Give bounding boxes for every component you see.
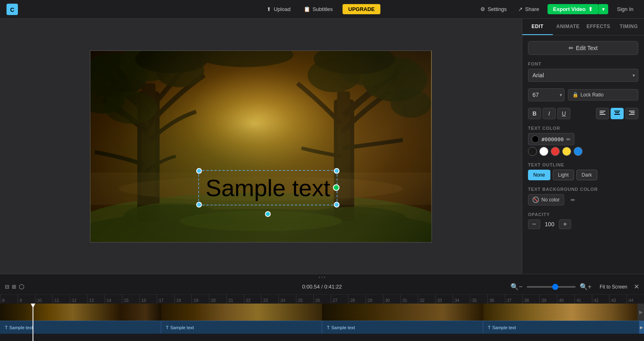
timeline-right-controls: 🔍− 🔍+ Fit to Screen ✕	[509, 282, 639, 291]
lock-ratio-button[interactable]: 🔒 Lock Ratio	[568, 89, 638, 101]
zoom-out-button[interactable]: 🔍−	[509, 282, 524, 291]
upload-button[interactable]: ⬆ Upload	[263, 4, 294, 14]
swatch-dark[interactable]	[528, 147, 537, 156]
resize-handle-tl[interactable]	[196, 168, 202, 174]
swatch-red[interactable]	[551, 147, 560, 156]
color-swatch-black[interactable]	[532, 136, 539, 143]
font-select[interactable]: Arial	[528, 69, 638, 82]
font-section: FONT Arial ▾	[528, 61, 638, 82]
text-track[interactable]: TSample textTSample textTSample textTSam…	[0, 321, 644, 334]
color-swatches-row	[528, 147, 638, 156]
export-group: Export Video ⬆ ▾	[548, 4, 608, 14]
swatch-yellow[interactable]	[562, 147, 571, 156]
settings-button[interactable]: ⚙ Settings	[477, 4, 510, 14]
ruler-tick: :22	[244, 295, 261, 304]
color-picker-icon[interactable]: ✏	[566, 136, 571, 142]
outline-light-button[interactable]: Light	[553, 170, 574, 180]
playhead[interactable]	[33, 304, 33, 341]
outline-none-button[interactable]: None	[528, 170, 550, 180]
svg-rect-29	[600, 114, 605, 115]
video-track-end: ▶	[637, 304, 644, 321]
panel-tabs: EDIT ANIMATE EFFECTS TIMING	[522, 19, 644, 35]
align-left-button[interactable]	[596, 108, 609, 119]
ruler-tick: :35	[470, 295, 487, 304]
subtitles-button[interactable]: 📋 Subtitles	[300, 4, 336, 14]
share-button[interactable]: ↗ Share	[515, 4, 543, 14]
font-section-label: FONT	[528, 61, 638, 66]
text-track-segment[interactable]: TSample text	[322, 321, 483, 334]
ruler-tick: :32	[418, 295, 435, 304]
ruler-tick: :8	[0, 295, 18, 304]
ruler-tick: :30	[383, 295, 401, 304]
track-split-icon: ⊟	[5, 284, 9, 290]
bold-button[interactable]: B	[528, 108, 541, 119]
export-dropdown-button[interactable]: ▾	[598, 4, 608, 14]
resize-handle-bl[interactable]	[196, 202, 202, 208]
close-timeline-button[interactable]: ✕	[634, 283, 639, 291]
align-center-button[interactable]	[611, 108, 624, 119]
tab-effects[interactable]: EFFECTS	[583, 19, 614, 35]
ruler-tick: :38	[522, 295, 540, 304]
text-bg-section: TEXT BACKGROUND COLOR No color ✏	[528, 187, 638, 205]
ruler-tick: :42	[592, 295, 609, 304]
video-canvas[interactable]: Sample text	[90, 50, 432, 243]
no-color-button[interactable]: No color	[528, 194, 564, 205]
underline-button[interactable]: U	[557, 108, 570, 119]
zoom-slider[interactable]	[527, 286, 576, 288]
ruler-tick: :16	[139, 295, 157, 304]
svg-rect-28	[600, 112, 604, 113]
export-icon: ⬆	[588, 6, 593, 12]
subtitles-label: Subtitles	[313, 6, 333, 12]
italic-button[interactable]: I	[543, 108, 556, 119]
timeline-center-controls: 0:00.54 / 0:41:22	[302, 284, 342, 290]
upgrade-button[interactable]: UPGRADE	[343, 4, 381, 14]
video-thumb-1	[0, 304, 161, 321]
timeline-expand-dots[interactable]: • • •	[0, 274, 644, 279]
text-edit-handle[interactable]	[333, 184, 340, 191]
video-thumb-2	[161, 304, 322, 321]
opacity-decrease-button[interactable]: −	[528, 219, 540, 229]
ruler-tick: :21	[226, 295, 244, 304]
text-track-icon: T	[488, 325, 491, 330]
tab-animate[interactable]: ANIMATE	[553, 19, 583, 35]
fit-screen-button[interactable]: Fit to Screen	[596, 282, 631, 291]
export-button[interactable]: Export Video ⬆	[548, 4, 598, 14]
no-color-label: No color	[541, 197, 560, 203]
zoom-controls: 🔍− 🔍+	[509, 282, 593, 291]
edit-text-button[interactable]: ✏ Edit Text	[528, 41, 638, 55]
lock-ratio-label: Lock Ratio	[580, 92, 604, 98]
video-track[interactable]: ▶	[0, 304, 644, 321]
opacity-section: OPACITY − 100 +	[528, 212, 638, 229]
text-color-label: TEXT COLOR	[528, 126, 638, 131]
swatch-blue[interactable]	[574, 147, 583, 156]
ruler-tick: :23	[261, 295, 278, 304]
text-track-segment[interactable]: TSample text	[161, 321, 322, 334]
font-size-select[interactable]: 67	[528, 88, 565, 101]
main-area: Sample text EDIT ANIMATE EFFECTS TIMING …	[0, 19, 644, 274]
ruler-tick: :14	[105, 295, 122, 304]
settings-icon: ⚙	[480, 6, 485, 12]
signin-button[interactable]: Sign In	[613, 4, 637, 14]
opacity-row: − 100 +	[528, 219, 638, 229]
opacity-increase-button[interactable]: +	[559, 219, 571, 229]
zoom-in-button[interactable]: 🔍+	[578, 282, 593, 291]
opacity-value: 100	[543, 221, 556, 227]
outline-dark-button[interactable]: Dark	[576, 170, 597, 180]
tab-edit[interactable]: EDIT	[522, 19, 553, 35]
panel-content: ✏ Edit Text FONT Arial ▾	[522, 35, 644, 235]
font-select-row: Arial ▾	[528, 69, 638, 82]
bg-color-picker-icon[interactable]: ✏	[571, 197, 575, 203]
rotate-handle[interactable]	[265, 211, 271, 217]
tab-timing[interactable]: TIMING	[613, 19, 644, 35]
text-overlay[interactable]: Sample text	[198, 170, 337, 205]
svg-rect-27	[600, 111, 605, 111]
text-track-icon: T	[166, 325, 169, 330]
text-track-segment[interactable]: TSample text	[483, 321, 644, 334]
text-track-icon: T	[327, 325, 330, 330]
playhead-icon: ⬡	[19, 283, 24, 291]
color-row: #000000 ✏	[528, 133, 638, 145]
text-track-segment[interactable]: TSample text	[0, 321, 161, 334]
align-right-button[interactable]	[625, 108, 638, 119]
swatch-white[interactable]	[539, 147, 548, 156]
ruler-tick: :34	[453, 295, 470, 304]
